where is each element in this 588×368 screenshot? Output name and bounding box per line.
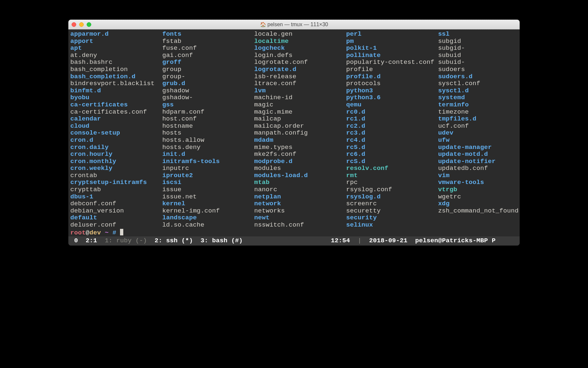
- ls-row: console-setup hosts manpath.config rc3.d…: [70, 130, 518, 137]
- ls-row: crypttab issue nanorc rsyslog.conf vtrgb: [70, 186, 518, 193]
- ls-entry: network: [254, 200, 281, 207]
- ls-entry: gss: [162, 101, 174, 108]
- ls-entry: cron.daily: [70, 144, 109, 151]
- ls-entry: profile: [346, 66, 373, 73]
- ls-row: cron.weekly inputrc modules resolv.conf …: [70, 165, 518, 172]
- ls-entry: xdg: [438, 200, 450, 207]
- ls-entry: inputrc: [162, 165, 189, 172]
- ls-entry: update-motd.d: [438, 151, 488, 158]
- ls-entry: bindresvport.blacklist: [70, 80, 155, 87]
- ls-entry: security: [346, 214, 377, 221]
- ls-entry: perl: [346, 30, 362, 38]
- ls-entry: fonts: [162, 30, 182, 38]
- ls-entry: zsh_command_not_found: [438, 207, 519, 214]
- ls-entry: cloud: [70, 122, 90, 130]
- ls-entry: cron.weekly: [70, 165, 112, 172]
- ls-entry: subuid: [438, 52, 461, 59]
- ls-entry: screenrc: [346, 200, 377, 207]
- ls-entry: apt: [70, 45, 82, 52]
- ls-entry: gai.conf: [162, 52, 193, 59]
- ls-entry: vim: [438, 172, 450, 179]
- ls-entry: debian_version: [70, 207, 124, 214]
- ls-entry: terminfo: [438, 101, 469, 108]
- ls-row: apport fstab localtime pm subgid: [70, 38, 518, 45]
- tmux-window[interactable]: 1: ruby (-): [105, 237, 147, 244]
- ls-entry: lvm: [254, 87, 266, 94]
- ls-row: cron.hourly init.d mke2fs.conf rc6.d upd…: [70, 151, 518, 158]
- ls-entry: bash_completion: [70, 66, 128, 73]
- ls-entry: qemu: [346, 101, 361, 108]
- ls-row: calendar host.conf mailcap rc1.d tmpfile…: [70, 116, 518, 123]
- ls-entry: mdadm: [254, 137, 273, 144]
- ls-entry: logcheck: [254, 45, 285, 52]
- tmux-session[interactable]: 0: [74, 237, 78, 244]
- ls-entry: hosts: [162, 129, 182, 137]
- ls-entry: hostname: [162, 122, 193, 130]
- ls-row: crontab iproute2 modules-load.d rmt vim: [70, 172, 518, 179]
- ls-entry: hdparm.conf: [162, 108, 204, 116]
- ls-entry: apparmor.d: [70, 30, 109, 38]
- ls-entry: update-manager: [438, 144, 492, 151]
- ls-entry: gshadow: [162, 87, 189, 94]
- tmux-window[interactable]: 3: bash (#): [200, 237, 243, 244]
- ls-entry: logrotate.conf: [254, 59, 308, 66]
- ls-entry: rc5.d: [346, 144, 366, 151]
- ls-row: debian_version kernel-img.conf networks …: [70, 208, 518, 215]
- ls-entry: rpc: [346, 179, 357, 186]
- ls-entry: securetty: [346, 207, 380, 214]
- zoom-icon[interactable]: [87, 22, 91, 27]
- ls-entry: newt: [254, 214, 269, 221]
- ls-entry: rc4.d: [346, 137, 365, 144]
- cursor: [120, 229, 123, 235]
- close-icon[interactable]: [72, 22, 76, 27]
- tmux-host: pelsen@Patricks-MBP P: [415, 237, 495, 244]
- ls-entry: cryptsetup-initramfs: [70, 179, 147, 186]
- ls-entry: modules-load.d: [254, 172, 308, 179]
- ls-entry: netplan: [254, 193, 281, 200]
- ls-entry: networks: [254, 207, 285, 214]
- tmux-pane[interactable]: 2:1: [86, 237, 97, 244]
- ls-entry: pollinate: [346, 52, 381, 59]
- ls-entry: vtrgb: [438, 186, 458, 193]
- ls-row: cron.monthly initramfs-tools modprobe.d …: [70, 158, 518, 165]
- ls-row: ca-certificates.conf hdparm.conf magic.m…: [70, 109, 518, 116]
- ls-entry: machine-id: [254, 94, 292, 101]
- tmux-statusbar[interactable]: 0 2:1 1: ruby (-) 2: ssh (*) 3: bash (#)…: [68, 236, 520, 246]
- ls-row: bash_completion group logrotate.d profil…: [70, 66, 518, 73]
- ls-entry: mime.types: [254, 144, 292, 151]
- ls-entry: iscsi: [162, 179, 182, 186]
- tmux-clock: 12:54: [331, 237, 350, 244]
- ls-entry: grub.d: [162, 80, 185, 87]
- ls-entry: login.defs: [254, 52, 292, 59]
- ls-entry: groff: [162, 59, 182, 66]
- ls-entry: ca-certificates: [70, 101, 128, 108]
- ls-entry: mtab: [254, 179, 269, 186]
- ls-entry: group-: [162, 73, 185, 80]
- ls-entry: profile.d: [346, 73, 380, 80]
- shell-prompt[interactable]: root@dev ~ #: [70, 229, 518, 237]
- ls-entry: nsswitch.conf: [254, 221, 304, 229]
- ls-entry: python3: [346, 87, 373, 94]
- ls-entry: kernel: [162, 200, 185, 207]
- prompt-at: @: [86, 229, 90, 236]
- ls-row: bash_completion.d group- lsb-release pro…: [70, 73, 518, 81]
- minimize-icon[interactable]: [79, 22, 84, 27]
- tmux-window[interactable]: 2: ssh (*): [155, 237, 193, 244]
- ls-entry: issue.net: [162, 193, 197, 200]
- ls-entry: lsb-release: [254, 73, 296, 80]
- ls-row: at.deny gai.conf login.defs pollinate su…: [70, 52, 518, 59]
- ls-entry: wgetrc: [438, 193, 461, 200]
- titlebar[interactable]: 🏠pelsen — tmux — 111×30: [68, 20, 520, 29]
- window-title-text: pelsen — tmux — 111×30: [268, 22, 328, 27]
- ls-entry: selinux: [346, 221, 373, 229]
- ls-entry: ca-certificates.conf: [70, 108, 147, 116]
- prompt-path: ~: [105, 229, 109, 236]
- traffic-lights: [72, 22, 91, 27]
- terminal-body[interactable]: apparmor.d fonts locale.gen perl sslappo…: [68, 29, 520, 236]
- ls-entry: rc1.d: [346, 115, 365, 122]
- ls-row: byobu gshadow- machine-id python3.6 syst…: [70, 94, 518, 101]
- ls-entry: ufw: [438, 137, 450, 144]
- ls-entry: mailcap.order: [254, 122, 304, 130]
- ls-entry: cron.monthly: [70, 158, 116, 165]
- ls-entry: sudoers: [438, 66, 465, 73]
